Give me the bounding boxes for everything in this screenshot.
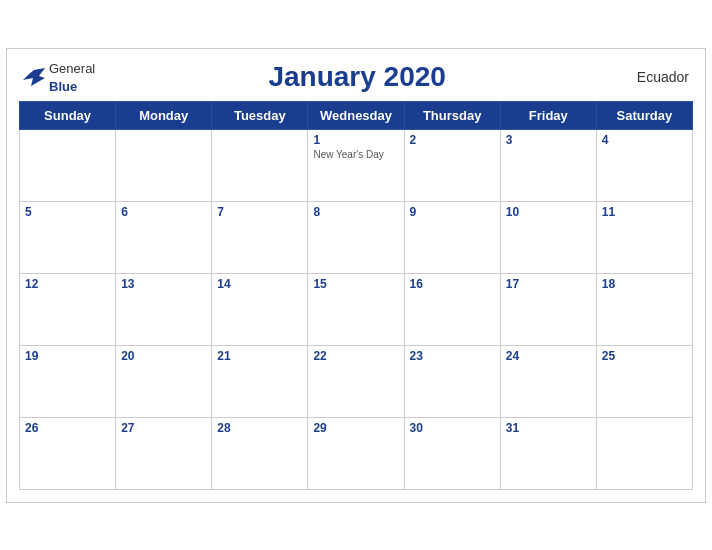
calendar-cell: 26 <box>20 417 116 489</box>
calendar-cell: 3 <box>500 129 596 201</box>
calendar-cell: 9 <box>404 201 500 273</box>
calendar-cell <box>596 417 692 489</box>
day-number: 20 <box>121 349 206 363</box>
week-row-2: 567891011 <box>20 201 693 273</box>
logo-general: General <box>49 61 95 76</box>
day-number: 13 <box>121 277 206 291</box>
calendar-cell: 24 <box>500 345 596 417</box>
day-number: 1 <box>313 133 398 147</box>
day-number: 5 <box>25 205 110 219</box>
calendar-cell: 19 <box>20 345 116 417</box>
calendar-cell: 4 <box>596 129 692 201</box>
week-row-4: 19202122232425 <box>20 345 693 417</box>
calendar-cell: 13 <box>116 273 212 345</box>
holiday-name: New Year's Day <box>313 149 398 160</box>
calendar-cell: 12 <box>20 273 116 345</box>
week-row-3: 12131415161718 <box>20 273 693 345</box>
calendar-title: January 2020 <box>95 61 619 93</box>
logo-bird-icon <box>23 68 45 86</box>
logo-blue: Blue <box>49 79 77 94</box>
day-number: 22 <box>313 349 398 363</box>
day-number: 26 <box>25 421 110 435</box>
week-row-1: 1New Year's Day234 <box>20 129 693 201</box>
day-number: 21 <box>217 349 302 363</box>
calendar-cell: 10 <box>500 201 596 273</box>
calendar-cell: 20 <box>116 345 212 417</box>
day-number: 24 <box>506 349 591 363</box>
calendar-cell: 22 <box>308 345 404 417</box>
calendar-cell: 21 <box>212 345 308 417</box>
calendar-cell: 31 <box>500 417 596 489</box>
day-number: 18 <box>602 277 687 291</box>
calendar-cell: 11 <box>596 201 692 273</box>
calendar-cell: 30 <box>404 417 500 489</box>
calendar-cell: 28 <box>212 417 308 489</box>
day-number: 8 <box>313 205 398 219</box>
calendar-cell: 23 <box>404 345 500 417</box>
logo-text: General Blue <box>49 59 95 95</box>
calendar-cell: 29 <box>308 417 404 489</box>
calendar-cell: 27 <box>116 417 212 489</box>
day-number: 23 <box>410 349 495 363</box>
day-number: 4 <box>602 133 687 147</box>
calendar-grid: SundayMondayTuesdayWednesdayThursdayFrid… <box>19 101 693 490</box>
calendar-cell: 14 <box>212 273 308 345</box>
day-number: 14 <box>217 277 302 291</box>
day-number: 19 <box>25 349 110 363</box>
calendar-cell: 7 <box>212 201 308 273</box>
day-number: 2 <box>410 133 495 147</box>
weekday-header-row: SundayMondayTuesdayWednesdayThursdayFrid… <box>20 101 693 129</box>
day-number: 16 <box>410 277 495 291</box>
weekday-header-wednesday: Wednesday <box>308 101 404 129</box>
day-number: 7 <box>217 205 302 219</box>
day-number: 9 <box>410 205 495 219</box>
logo: General Blue <box>23 59 95 95</box>
calendar-cell <box>116 129 212 201</box>
calendar-cell <box>20 129 116 201</box>
weekday-header-thursday: Thursday <box>404 101 500 129</box>
day-number: 30 <box>410 421 495 435</box>
day-number: 11 <box>602 205 687 219</box>
day-number: 12 <box>25 277 110 291</box>
calendar-cell: 18 <box>596 273 692 345</box>
day-number: 27 <box>121 421 206 435</box>
day-number: 25 <box>602 349 687 363</box>
day-number: 29 <box>313 421 398 435</box>
day-number: 17 <box>506 277 591 291</box>
day-number: 10 <box>506 205 591 219</box>
weekday-header-friday: Friday <box>500 101 596 129</box>
calendar-cell: 17 <box>500 273 596 345</box>
weekday-header-sunday: Sunday <box>20 101 116 129</box>
calendar-cell: 5 <box>20 201 116 273</box>
day-number: 31 <box>506 421 591 435</box>
calendar-cell: 25 <box>596 345 692 417</box>
svg-marker-0 <box>23 68 45 86</box>
weekday-header-monday: Monday <box>116 101 212 129</box>
calendar-cell: 15 <box>308 273 404 345</box>
day-number: 3 <box>506 133 591 147</box>
weekday-header-tuesday: Tuesday <box>212 101 308 129</box>
day-number: 15 <box>313 277 398 291</box>
country-name: Ecuador <box>619 69 689 85</box>
weekday-header-saturday: Saturday <box>596 101 692 129</box>
calendar-cell: 1New Year's Day <box>308 129 404 201</box>
week-row-5: 262728293031 <box>20 417 693 489</box>
day-number: 6 <box>121 205 206 219</box>
calendar-header: General Blue January 2020 Ecuador <box>19 59 693 95</box>
calendar-cell: 6 <box>116 201 212 273</box>
calendar-cell: 2 <box>404 129 500 201</box>
calendar-cell <box>212 129 308 201</box>
calendar-cell: 8 <box>308 201 404 273</box>
calendar-cell: 16 <box>404 273 500 345</box>
calendar-wrapper: General Blue January 2020 Ecuador Sunday… <box>6 48 706 503</box>
day-number: 28 <box>217 421 302 435</box>
